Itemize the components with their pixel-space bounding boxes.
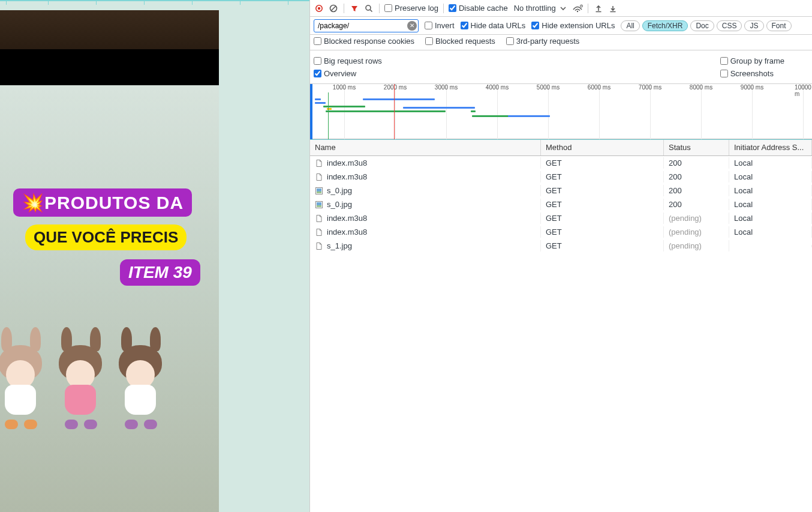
network-timeline[interactable]: 1000 ms2000 ms3000 ms4000 ms5000 ms6000 … xyxy=(310,84,812,139)
request-method: GET xyxy=(541,199,664,210)
group-by-frame-checkbox[interactable]: Group by frame xyxy=(720,56,784,65)
request-name: index.m3u8 xyxy=(327,172,367,181)
request-status: (pending) xyxy=(664,212,729,224)
request-name: index.m3u8 xyxy=(327,214,367,223)
request-row[interactable]: index.m3u8GET200Local xyxy=(310,170,812,184)
request-row[interactable]: index.m3u8GET(pending)Local xyxy=(310,225,812,239)
timeline-tick: 1000 ms xyxy=(333,84,356,91)
page-preview-pane: 💥PRODUTOS DA QUE VOCÊ PRECIS ITEM 39 xyxy=(0,0,309,512)
preserve-log-label: Preserve log xyxy=(395,4,438,13)
svg-point-6 xyxy=(577,10,578,11)
pill-font[interactable]: Font xyxy=(766,20,792,31)
clear-icon[interactable] xyxy=(328,3,339,14)
preserve-log-checkbox[interactable]: Preserve log xyxy=(384,4,438,13)
invert-label: Invert xyxy=(435,21,455,30)
big-request-rows-checkbox[interactable]: Big request rows xyxy=(314,56,382,65)
image-file-icon xyxy=(315,187,323,195)
blocked-cookies-label: Blocked response cookies xyxy=(324,37,414,46)
video-preview: 💥PRODUTOS DA QUE VOCÊ PRECIS ITEM 39 xyxy=(0,10,219,512)
pill-fetch-xhr[interactable]: Fetch/XHR xyxy=(642,20,688,31)
network-filter-bar: ✕ Invert Hide data URLs Hide extension U… xyxy=(310,17,812,35)
request-name: index.m3u8 xyxy=(327,158,367,167)
request-method: GET xyxy=(541,212,664,224)
blocked-requests-checkbox[interactable]: Blocked requests xyxy=(425,37,495,46)
timeline-tick: 2000 ms xyxy=(384,84,407,91)
svg-rect-12 xyxy=(317,202,321,205)
request-method: GET xyxy=(541,171,664,182)
network-filter-input[interactable] xyxy=(314,19,419,32)
document-file-icon xyxy=(315,173,323,181)
filter-icon[interactable] xyxy=(349,3,360,14)
pill-css[interactable]: CSS xyxy=(717,20,742,31)
record-icon[interactable] xyxy=(314,3,324,14)
overview-checkbox[interactable]: Overview xyxy=(314,69,382,78)
pill-js[interactable]: JS xyxy=(744,20,763,31)
network-toolbar-main: Preserve log Disable cache No throttling xyxy=(310,0,812,17)
svg-line-3 xyxy=(332,6,336,10)
network-settings-row: Big request rows Overview Group by frame… xyxy=(310,50,812,84)
devtools-network-panel: Preserve log Disable cache No throttling… xyxy=(309,0,812,512)
request-row[interactable]: s_0.jpgGET200Local xyxy=(310,197,812,211)
search-icon[interactable] xyxy=(363,3,374,14)
request-row[interactable]: s_1.jpgGET(pending) xyxy=(310,239,812,253)
pill-doc[interactable]: Doc xyxy=(690,20,714,31)
request-method: GET xyxy=(541,157,664,169)
screenshots-checkbox[interactable]: Screenshots xyxy=(720,69,784,78)
request-initiator: Local xyxy=(729,185,812,196)
request-status: 200 xyxy=(664,185,729,196)
request-status: (pending) xyxy=(664,226,729,238)
request-name: s_0.jpg xyxy=(327,200,352,209)
request-method: GET xyxy=(541,185,664,196)
hide-ext-label: Hide extension URLs xyxy=(542,21,615,30)
doll-figure xyxy=(0,327,48,429)
request-status: 200 xyxy=(664,157,729,169)
document-file-icon xyxy=(315,159,323,167)
network-filter-row3: Blocked response cookies Blocked request… xyxy=(310,35,812,50)
request-initiator: Local xyxy=(729,199,812,210)
overlay-text-3: ITEM 39 xyxy=(120,259,200,286)
doll-figure xyxy=(54,327,108,429)
network-request-list: index.m3u8GET200Localindex.m3u8GET200Loc… xyxy=(310,156,812,512)
svg-rect-9 xyxy=(317,188,321,191)
timeline-tick: 9000 ms xyxy=(741,84,763,91)
disable-cache-checkbox[interactable]: Disable cache xyxy=(449,4,508,13)
request-name: s_0.jpg xyxy=(327,186,352,195)
resource-type-pills: All Fetch/XHR Doc CSS JS Font xyxy=(621,20,791,31)
hide-extension-urls-checkbox[interactable]: Hide extension URLs xyxy=(531,21,615,30)
blocked-cookies-checkbox[interactable]: Blocked response cookies xyxy=(314,37,414,46)
hide-data-urls-checkbox[interactable]: Hide data URLs xyxy=(461,21,526,30)
pill-all[interactable]: All xyxy=(621,20,639,31)
timeline-tick: 5000 ms xyxy=(537,84,560,91)
timeline-tick: 4000 ms xyxy=(486,84,509,91)
blocked-requests-label: Blocked requests xyxy=(435,37,495,46)
doll-figure xyxy=(114,327,168,429)
request-row[interactable]: index.m3u8GET(pending)Local xyxy=(310,211,812,225)
throttling-select[interactable]: No throttling xyxy=(512,4,569,13)
request-status: 200 xyxy=(664,171,729,182)
timeline-tick: 7000 ms xyxy=(639,84,661,91)
filter-input-wrap: ✕ xyxy=(314,19,419,32)
column-status[interactable]: Status xyxy=(664,140,729,155)
network-conditions-icon[interactable] xyxy=(572,3,583,14)
clear-filter-icon[interactable]: ✕ xyxy=(407,21,417,31)
column-method[interactable]: Method xyxy=(541,140,664,155)
document-file-icon xyxy=(315,228,323,236)
screenshots-label: Screenshots xyxy=(730,69,774,78)
svg-rect-10 xyxy=(317,191,321,193)
request-row[interactable]: s_0.jpgGET200Local xyxy=(310,184,812,197)
svg-point-1 xyxy=(318,7,320,9)
download-har-icon[interactable] xyxy=(608,3,618,14)
upload-har-icon[interactable] xyxy=(593,3,604,14)
column-name[interactable]: Name xyxy=(310,140,541,155)
column-initiator[interactable]: Initiator Address S... xyxy=(729,140,812,155)
overlay-text-2: QUE VOCÊ PRECIS xyxy=(25,224,187,250)
third-party-checkbox[interactable]: 3rd-party requests xyxy=(506,37,580,46)
overlay-text-1: 💥PRODUTOS DA xyxy=(13,188,192,217)
group-frame-label: Group by frame xyxy=(730,56,784,65)
svg-point-4 xyxy=(366,5,371,10)
request-status: (pending) xyxy=(664,240,729,251)
request-row[interactable]: index.m3u8GET200Local xyxy=(310,156,812,170)
invert-checkbox[interactable]: Invert xyxy=(425,21,455,30)
request-initiator: Local xyxy=(729,226,812,238)
image-file-icon xyxy=(315,200,323,209)
